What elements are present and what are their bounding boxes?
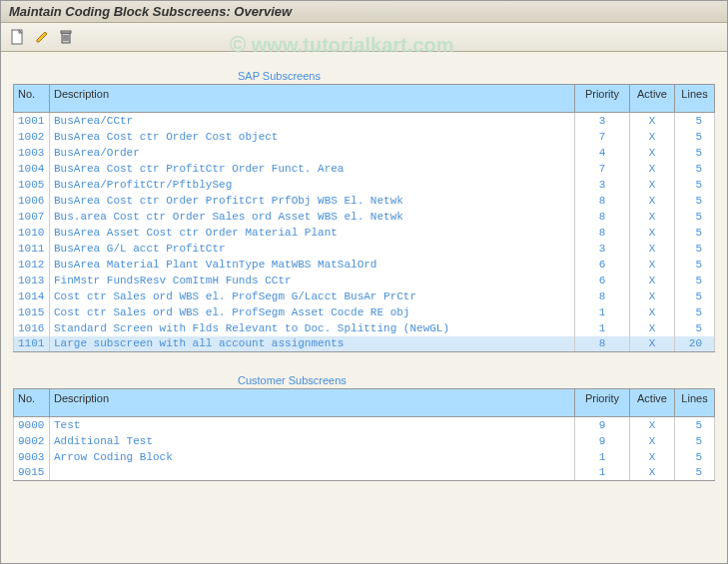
cell-lines: 5 xyxy=(675,113,715,129)
cell-desc: BusArea Material Plant ValtnType MatWBS … xyxy=(50,257,575,273)
cell-priority: 3 xyxy=(575,241,630,257)
cell-desc: BusArea/Order xyxy=(50,145,575,161)
delete-button[interactable] xyxy=(55,26,77,48)
cell-lines: 5 xyxy=(675,257,715,273)
table-row[interactable]: 9003Arrow Coding Block1X5 xyxy=(14,449,715,465)
cell-active: X xyxy=(630,193,675,209)
customer-subscreens-section: Customer Subscreens No. Description Prio… xyxy=(13,374,715,481)
cell-lines: 5 xyxy=(675,177,715,193)
cell-no: 1001 xyxy=(14,113,50,129)
document-icon xyxy=(11,29,25,45)
cell-desc: BusArea Cost ctr Order ProfitCrt PrfObj … xyxy=(50,193,575,209)
cell-desc: Arrow Coding Block xyxy=(50,449,575,465)
cell-desc: BusArea G/L acct ProfitCtr xyxy=(50,241,575,257)
cell-priority: 1 xyxy=(575,449,630,465)
table-row[interactable]: 9000Test9X5 xyxy=(14,417,715,433)
cell-lines: 5 xyxy=(675,225,715,241)
sap-subscreens-section: SAP Subscreens No. Description Priority … xyxy=(13,70,715,352)
cell-desc: Additional Test xyxy=(50,433,575,449)
cell-no: 1013 xyxy=(14,273,50,288)
sap-subscreens-table[interactable]: No. Description Priority Active Lines 10… xyxy=(13,84,715,352)
cell-lines: 5 xyxy=(675,417,715,433)
cell-no: 1004 xyxy=(14,161,50,177)
cell-desc: BusArea/CCtr xyxy=(50,113,575,129)
cell-no: 1010 xyxy=(14,225,50,241)
cell-desc: Test xyxy=(50,417,575,433)
cell-active: X xyxy=(630,417,675,433)
cell-no: 1003 xyxy=(14,145,50,161)
col-header-lines[interactable]: Lines xyxy=(675,389,715,417)
table-row[interactable]: 1010BusArea Asset Cost ctr Order Materia… xyxy=(14,225,715,241)
edit-button[interactable] xyxy=(31,26,53,48)
cell-lines: 5 xyxy=(675,288,715,304)
cell-no: 1015 xyxy=(14,304,50,320)
cell-no: 1101 xyxy=(14,336,50,352)
cell-no: 1016 xyxy=(14,320,50,336)
cell-priority: 7 xyxy=(575,161,630,177)
col-header-active[interactable]: Active xyxy=(630,85,675,113)
table-row[interactable]: 1013FinMstr FundsResv ComItmH Funds CCtr… xyxy=(14,273,715,288)
new-document-button[interactable] xyxy=(7,26,29,48)
cell-lines: 20 xyxy=(675,336,715,352)
table-row[interactable]: 1004BusArea Cost ctr ProfitCtr Order Fun… xyxy=(14,161,715,177)
cell-desc: Large subscreen with all account assignm… xyxy=(50,336,575,352)
col-header-active[interactable]: Active xyxy=(630,389,675,417)
table-row[interactable]: 9002Additional Test9X5 xyxy=(14,433,715,449)
cell-priority: 1 xyxy=(575,320,630,336)
table-row[interactable]: 1001BusArea/CCtr3X5 xyxy=(14,113,715,129)
col-header-no[interactable]: No. xyxy=(14,389,50,417)
col-header-description[interactable]: Description xyxy=(50,85,575,113)
cell-no: 1014 xyxy=(14,288,50,304)
cell-no: 1007 xyxy=(14,209,50,225)
table-row[interactable]: 1006BusArea Cost ctr Order ProfitCrt Prf… xyxy=(14,193,715,209)
cell-no: 1012 xyxy=(14,257,50,273)
content-area: SAP Subscreens No. Description Priority … xyxy=(1,52,727,513)
table-row[interactable]: 1101Large subscreen with all account ass… xyxy=(14,336,715,352)
cell-priority: 8 xyxy=(575,225,630,241)
col-header-lines[interactable]: Lines xyxy=(675,85,715,113)
table-row[interactable]: 1016Standard Screen with Flds Relevant t… xyxy=(14,320,715,336)
cell-lines: 5 xyxy=(675,449,715,465)
cell-lines: 5 xyxy=(675,320,715,336)
svg-rect-2 xyxy=(61,31,71,33)
table-row[interactable]: 1012BusArea Material Plant ValtnType Mat… xyxy=(14,257,715,273)
table-row[interactable]: 1011BusArea G/L acct ProfitCtr3X5 xyxy=(14,241,715,257)
cell-desc: BusArea/ProfitCtr/PftblySeg xyxy=(50,177,575,193)
cell-active: X xyxy=(630,161,675,177)
table-row[interactable]: 1002BusArea Cost ctr Order Cost object7X… xyxy=(14,129,715,145)
cell-priority: 9 xyxy=(575,417,630,433)
cell-priority: 9 xyxy=(575,433,630,449)
col-header-no[interactable]: No. xyxy=(14,85,50,113)
toolbar xyxy=(1,23,727,52)
window-title: Maintain Coding Block Subscreens: Overvi… xyxy=(1,1,727,23)
table-row[interactable]: 1007Bus.area Cost ctr Order Sales ord As… xyxy=(14,209,715,225)
table-row[interactable]: 1014Cost ctr Sales ord WBS el. ProfSegm … xyxy=(14,288,715,304)
table-row[interactable]: 1003BusArea/Order4X5 xyxy=(14,145,715,161)
table-row[interactable]: 1015Cost ctr Sales ord WBS el. ProfSegm … xyxy=(14,304,715,320)
cell-active: X xyxy=(630,113,675,129)
table-row[interactable]: 90151X5 xyxy=(14,465,715,481)
cell-lines: 5 xyxy=(675,273,715,288)
cell-desc: Bus.area Cost ctr Order Sales ord Asset … xyxy=(50,209,575,225)
cell-active: X xyxy=(630,145,675,161)
cell-active: X xyxy=(630,320,675,336)
cell-active: X xyxy=(630,336,675,352)
cell-no: 1005 xyxy=(14,177,50,193)
cell-desc: Cost ctr Sales ord WBS el. ProfSegm G/La… xyxy=(50,288,575,304)
col-header-priority[interactable]: Priority xyxy=(575,389,630,417)
cell-priority: 1 xyxy=(575,304,630,320)
cell-lines: 5 xyxy=(675,145,715,161)
cell-active: X xyxy=(630,257,675,273)
cell-active: X xyxy=(630,449,675,465)
cell-desc: BusArea Cost ctr Order Cost object xyxy=(50,129,575,145)
col-header-priority[interactable]: Priority xyxy=(575,85,630,113)
cell-priority: 8 xyxy=(575,193,630,209)
cell-lines: 5 xyxy=(675,465,715,481)
cell-active: X xyxy=(630,177,675,193)
col-header-description[interactable]: Description xyxy=(50,389,575,417)
customer-subscreens-table[interactable]: No. Description Priority Active Lines 90… xyxy=(13,388,715,481)
table-row[interactable]: 1005BusArea/ProfitCtr/PftblySeg3X5 xyxy=(14,177,715,193)
cell-active: X xyxy=(630,241,675,257)
cell-desc: Standard Screen with Flds Relevant to Do… xyxy=(50,320,575,336)
cell-priority: 1 xyxy=(575,465,630,481)
